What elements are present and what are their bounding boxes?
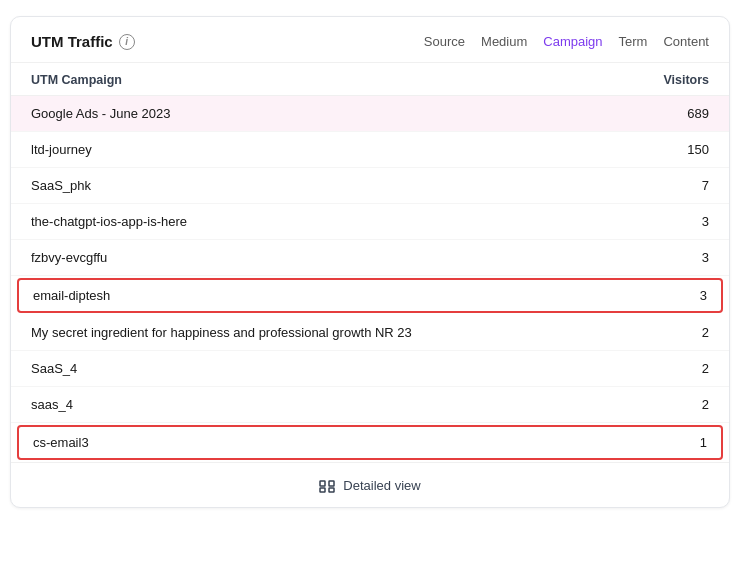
svg-rect-3 <box>329 488 334 492</box>
row-campaign-name: fzbvy-evcgffu <box>31 250 107 265</box>
row-visitors-value: 2 <box>702 361 709 376</box>
table-row[interactable]: cs-email31 <box>17 425 723 460</box>
widget-header: UTM Traffic i SourceMediumCampaignTermCo… <box>11 17 729 63</box>
col-visitors-label: Visitors <box>663 73 709 87</box>
table-row[interactable]: the-chatgpt-ios-app-is-here3 <box>11 204 729 240</box>
table-row[interactable]: SaaS_phk7 <box>11 168 729 204</box>
nav-tab-campaign[interactable]: Campaign <box>543 34 602 49</box>
nav-tab-content[interactable]: Content <box>663 34 709 49</box>
utm-traffic-widget: UTM Traffic i SourceMediumCampaignTermCo… <box>10 16 730 508</box>
row-visitors-value: 3 <box>700 288 707 303</box>
row-visitors-value: 150 <box>687 142 709 157</box>
row-campaign-name: ltd-journey <box>31 142 92 157</box>
row-visitors-value: 1 <box>700 435 707 450</box>
row-campaign-name: SaaS_4 <box>31 361 77 376</box>
table-row[interactable]: email-diptesh3 <box>17 278 723 313</box>
nav-tab-medium[interactable]: Medium <box>481 34 527 49</box>
row-visitors-value: 689 <box>687 106 709 121</box>
row-campaign-name: email-diptesh <box>33 288 110 303</box>
table-header: UTM Campaign Visitors <box>11 63 729 96</box>
table-row[interactable]: SaaS_42 <box>11 351 729 387</box>
row-campaign-name: SaaS_phk <box>31 178 91 193</box>
row-campaign-name: the-chatgpt-ios-app-is-here <box>31 214 187 229</box>
row-visitors-value: 3 <box>702 250 709 265</box>
row-visitors-value: 7 <box>702 178 709 193</box>
detailed-view-label: Detailed view <box>343 478 420 493</box>
row-campaign-name: cs-email3 <box>33 435 89 450</box>
row-visitors-value: 2 <box>702 397 709 412</box>
table-row[interactable]: Google Ads - June 2023689 <box>11 96 729 132</box>
title-area: UTM Traffic i <box>31 33 135 50</box>
col-campaign-label: UTM Campaign <box>31 73 122 87</box>
svg-rect-0 <box>320 481 325 486</box>
nav-tab-source[interactable]: Source <box>424 34 465 49</box>
row-visitors-value: 3 <box>702 214 709 229</box>
svg-rect-2 <box>320 488 325 492</box>
row-campaign-name: Google Ads - June 2023 <box>31 106 171 121</box>
svg-rect-1 <box>329 481 334 486</box>
table-row[interactable]: ltd-journey150 <box>11 132 729 168</box>
row-visitors-value: 2 <box>702 325 709 340</box>
nav-tabs: SourceMediumCampaignTermContent <box>424 34 709 49</box>
table-row[interactable]: My secret ingredient for happiness and p… <box>11 315 729 351</box>
row-campaign-name: My secret ingredient for happiness and p… <box>31 325 412 340</box>
row-campaign-name: saas_4 <box>31 397 73 412</box>
table-row[interactable]: saas_42 <box>11 387 729 423</box>
detailed-view-footer[interactable]: Detailed view <box>11 462 729 507</box>
widget-title: UTM Traffic <box>31 33 113 50</box>
expand-icon <box>319 477 335 493</box>
nav-tab-term[interactable]: Term <box>619 34 648 49</box>
table-row[interactable]: fzbvy-evcgffu3 <box>11 240 729 276</box>
table-body: Google Ads - June 2023689ltd-journey150S… <box>11 96 729 460</box>
info-icon[interactable]: i <box>119 34 135 50</box>
